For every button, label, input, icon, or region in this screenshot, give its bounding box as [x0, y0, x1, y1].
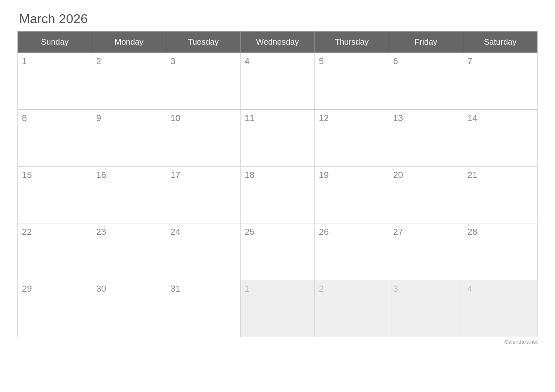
column-header-sunday: Sunday [18, 32, 92, 53]
calendar-day-cell[interactable]: 4 [241, 53, 315, 110]
calendar-day-cell[interactable]: 11 [241, 110, 315, 167]
calendar-day-cell[interactable]: 10 [166, 110, 241, 167]
calendar-week-row: 1234567 [18, 53, 538, 110]
column-header-wednesday: Wednesday [241, 32, 315, 53]
calendar-week-row: 891011121314 [18, 110, 538, 167]
calendar-week-row: 2930311234 [18, 280, 538, 337]
calendar-day-cell[interactable]: 1 [241, 280, 315, 337]
calendar-day-cell[interactable]: 13 [389, 110, 463, 167]
calendar-day-cell[interactable]: 3 [166, 53, 241, 110]
calendar-day-cell[interactable]: 3 [389, 280, 463, 337]
calendar-day-cell[interactable]: 24 [166, 223, 241, 280]
calendar-day-cell[interactable]: 8 [18, 110, 92, 167]
calendar-day-cell[interactable]: 18 [241, 167, 315, 223]
calendar-day-cell[interactable]: 25 [241, 223, 315, 280]
column-header-tuesday: Tuesday [166, 32, 241, 53]
calendar-table: SundayMondayTuesdayWednesdayThursdayFrid… [17, 31, 538, 337]
calendar-day-cell[interactable]: 26 [314, 223, 389, 280]
calendar-day-cell[interactable]: 9 [92, 110, 166, 167]
calendar-day-cell[interactable]: 29 [18, 280, 92, 337]
calendar-day-cell[interactable]: 12 [314, 110, 389, 167]
calendar-day-cell[interactable]: 27 [389, 223, 463, 280]
calendar-day-cell[interactable]: 19 [314, 167, 389, 223]
calendar-day-cell[interactable]: 7 [463, 53, 538, 110]
calendar-day-cell[interactable]: 4 [463, 280, 538, 337]
calendar-day-cell[interactable]: 2 [314, 280, 389, 337]
column-header-monday: Monday [92, 32, 166, 53]
calendar-header: SundayMondayTuesdayWednesdayThursdayFrid… [18, 32, 538, 53]
column-header-thursday: Thursday [314, 32, 389, 53]
watermark: iCalendars.net [17, 339, 538, 345]
calendar-day-cell[interactable]: 30 [92, 280, 166, 337]
header-row: SundayMondayTuesdayWednesdayThursdayFrid… [18, 32, 538, 53]
calendar-title: March 2026 [17, 11, 538, 26]
calendar-day-cell[interactable]: 15 [18, 167, 92, 223]
calendar-day-cell[interactable]: 6 [389, 53, 463, 110]
calendar-week-row: 22232425262728 [18, 223, 538, 280]
column-header-saturday: Saturday [463, 32, 538, 53]
calendar-day-cell[interactable]: 31 [166, 280, 241, 337]
calendar-day-cell[interactable]: 17 [166, 167, 241, 223]
calendar-day-cell[interactable]: 28 [463, 223, 538, 280]
calendar-body: 1234567891011121314151617181920212223242… [18, 53, 538, 337]
calendar-day-cell[interactable]: 5 [314, 53, 389, 110]
calendar-day-cell[interactable]: 23 [92, 223, 166, 280]
calendar-day-cell[interactable]: 21 [463, 167, 538, 223]
calendar-container: March 2026 SundayMondayTuesdayWednesdayT… [17, 11, 538, 345]
calendar-day-cell[interactable]: 20 [389, 167, 463, 223]
calendar-day-cell[interactable]: 16 [92, 167, 166, 223]
calendar-day-cell[interactable]: 22 [18, 223, 92, 280]
calendar-day-cell[interactable]: 14 [463, 110, 538, 167]
calendar-day-cell[interactable]: 2 [92, 53, 166, 110]
calendar-day-cell[interactable]: 1 [18, 53, 92, 110]
column-header-friday: Friday [389, 32, 463, 53]
calendar-week-row: 15161718192021 [18, 167, 538, 223]
